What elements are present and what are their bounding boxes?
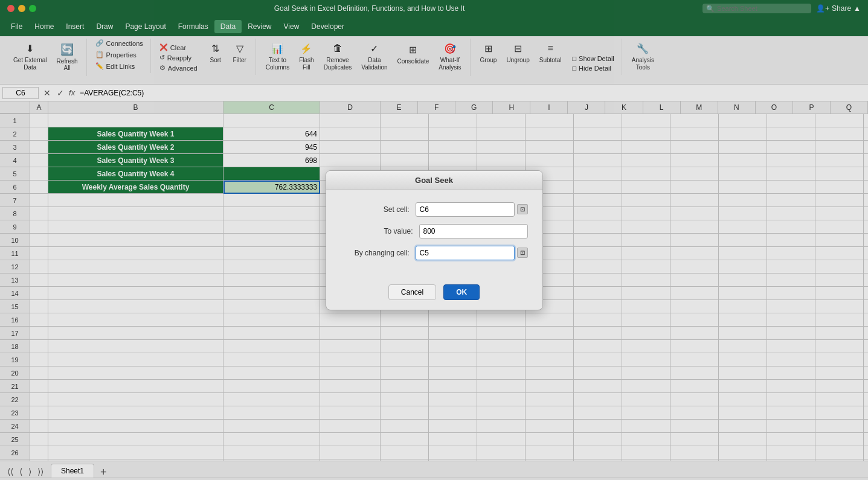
cell-o15[interactable] <box>864 300 868 313</box>
tab-nav-right-right[interactable]: ⟩⟩ <box>35 466 46 478</box>
cell-i5[interactable] <box>574 167 622 181</box>
cell-g16[interactable] <box>477 313 526 327</box>
cell-f19[interactable] <box>429 353 477 366</box>
cell-m8[interactable] <box>767 207 815 220</box>
cell-j13[interactable] <box>622 274 670 287</box>
cell-a5[interactable] <box>30 167 48 181</box>
cell-l27[interactable] <box>719 459 767 461</box>
cell-b12[interactable] <box>48 260 223 274</box>
cell-i11[interactable] <box>574 247 622 260</box>
by-changing-picker-button[interactable]: ⊡ <box>517 248 528 258</box>
cell-b14[interactable] <box>48 287 223 300</box>
close-button[interactable] <box>7 5 14 12</box>
cell-b15[interactable] <box>48 300 223 313</box>
cell-b16[interactable] <box>48 313 223 327</box>
cell-c21[interactable] <box>223 380 320 393</box>
cell-o7[interactable] <box>864 194 868 207</box>
cell-l18[interactable] <box>719 340 767 353</box>
cell-n1[interactable] <box>815 114 864 127</box>
cell-m3[interactable] <box>767 141 815 154</box>
cell-o25[interactable] <box>864 433 868 446</box>
minimize-button[interactable] <box>18 5 25 12</box>
cell-n2[interactable] <box>815 127 864 141</box>
cell-f22[interactable] <box>429 393 477 406</box>
cancel-formula-button[interactable]: ✕ <box>41 87 53 99</box>
cell-c2[interactable]: 644 <box>223 127 320 141</box>
cell-h18[interactable] <box>526 340 574 353</box>
col-header-a[interactable]: A <box>30 101 48 114</box>
cell-d17[interactable] <box>320 327 381 340</box>
cell-i26[interactable] <box>574 446 622 459</box>
cell-c9[interactable] <box>223 220 320 234</box>
cell-f16[interactable] <box>429 313 477 327</box>
col-header-d[interactable]: D <box>320 101 381 114</box>
cell-b6[interactable]: Weekly Average Sales Quantity <box>48 181 223 194</box>
cell-k20[interactable] <box>670 366 719 380</box>
cell-i3[interactable] <box>574 141 622 154</box>
menu-formulas[interactable]: Formulas <box>172 20 214 33</box>
cell-e27[interactable] <box>381 459 429 461</box>
cell-o19[interactable] <box>864 353 868 366</box>
cell-a9[interactable] <box>30 220 48 234</box>
search-input[interactable] <box>702 4 811 13</box>
cell-a27[interactable] <box>30 459 48 461</box>
cell-o13[interactable] <box>864 274 868 287</box>
cell-b25[interactable] <box>48 433 223 446</box>
cell-h21[interactable] <box>526 380 574 393</box>
cell-n26[interactable] <box>815 446 864 459</box>
cell-n8[interactable] <box>815 207 864 220</box>
cell-i24[interactable] <box>574 420 622 433</box>
cell-o5[interactable] <box>864 167 868 181</box>
cell-j17[interactable] <box>622 327 670 340</box>
cell-l20[interactable] <box>719 366 767 380</box>
cell-f20[interactable] <box>429 366 477 380</box>
cell-k6[interactable] <box>670 181 719 194</box>
cell-b5[interactable]: Sales Quantity Week 4 <box>48 167 223 181</box>
cell-k9[interactable] <box>670 220 719 234</box>
cell-l10[interactable] <box>719 234 767 247</box>
cell-h3[interactable] <box>526 141 574 154</box>
cell-f23[interactable] <box>429 406 477 420</box>
cell-j21[interactable] <box>622 380 670 393</box>
cell-o12[interactable] <box>864 260 868 274</box>
cell-l11[interactable] <box>719 247 767 260</box>
cell-c27[interactable] <box>223 459 320 461</box>
cell-a10[interactable] <box>30 234 48 247</box>
cell-f26[interactable] <box>429 446 477 459</box>
cell-g3[interactable] <box>477 141 526 154</box>
cell-k8[interactable] <box>670 207 719 220</box>
menu-home[interactable]: Home <box>28 20 60 33</box>
cell-l22[interactable] <box>719 393 767 406</box>
cell-k25[interactable] <box>670 433 719 446</box>
cell-e16[interactable] <box>381 313 429 327</box>
clear-button[interactable]: ❌ Clear <box>157 43 200 52</box>
cell-f1[interactable] <box>429 114 477 127</box>
flash-fill-button[interactable]: ⚡ FlashFill <box>295 39 317 74</box>
cell-a7[interactable] <box>30 194 48 207</box>
cell-h4[interactable] <box>526 154 574 167</box>
cell-n13[interactable] <box>815 274 864 287</box>
cell-m13[interactable] <box>767 274 815 287</box>
cell-c18[interactable] <box>223 340 320 353</box>
cell-n4[interactable] <box>815 154 864 167</box>
cell-k15[interactable] <box>670 300 719 313</box>
cell-b27[interactable] <box>48 459 223 461</box>
cell-g1[interactable] <box>477 114 526 127</box>
cell-o4[interactable] <box>864 154 868 167</box>
add-sheet-button[interactable]: + <box>95 467 112 478</box>
cell-o21[interactable] <box>864 380 868 393</box>
cell-c14[interactable] <box>223 287 320 300</box>
set-cell-input[interactable] <box>416 202 515 217</box>
to-value-input[interactable] <box>419 224 528 238</box>
cell-a6[interactable] <box>30 181 48 194</box>
cell-n18[interactable] <box>815 340 864 353</box>
cell-k16[interactable] <box>670 313 719 327</box>
analysis-tools-button[interactable]: 🔧 AnalysisTools <box>628 39 658 74</box>
cell-b18[interactable] <box>48 340 223 353</box>
cell-b24[interactable] <box>48 420 223 433</box>
cell-g4[interactable] <box>477 154 526 167</box>
cell-a25[interactable] <box>30 433 48 446</box>
cell-h26[interactable] <box>526 446 574 459</box>
cell-n10[interactable] <box>815 234 864 247</box>
cell-e23[interactable] <box>381 406 429 420</box>
